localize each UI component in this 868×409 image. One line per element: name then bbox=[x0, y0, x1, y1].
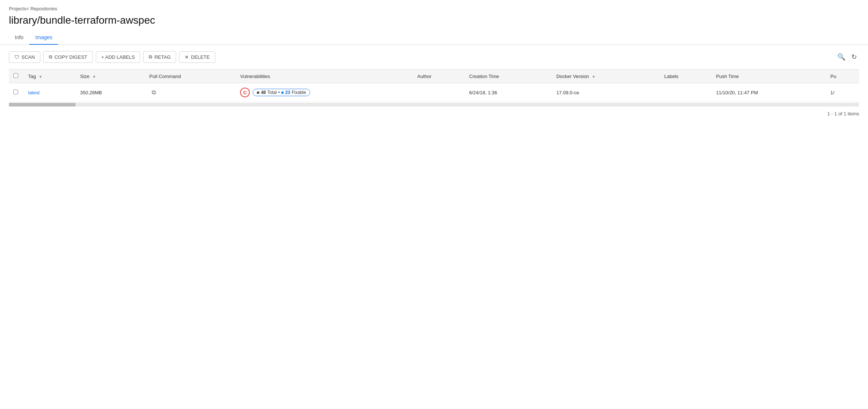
copy-digest-button[interactable]: ⧉ COPY DIGEST bbox=[43, 51, 93, 63]
tag-link[interactable]: latest bbox=[28, 90, 40, 95]
select-all-col bbox=[9, 70, 24, 83]
row-push-time-value: 11/10/20, 11:47 PM bbox=[716, 90, 758, 95]
col-size[interactable]: Size ▼ bbox=[75, 70, 145, 83]
pagination-text: 1 - 1 of 1 items bbox=[827, 111, 859, 116]
table-row: latest 350.28MB ⧉ C 48 bbox=[9, 83, 859, 102]
severity-letter: C bbox=[243, 90, 246, 95]
col-push-time: Push Time bbox=[711, 70, 826, 83]
table-container: Tag ▼ Size ▼ Pull Command Vulnerabilitie… bbox=[0, 69, 868, 107]
col-size-label: Size bbox=[80, 74, 89, 79]
row-pull-command: ⧉ bbox=[145, 83, 236, 102]
col-tag[interactable]: Tag ▼ bbox=[24, 70, 75, 83]
docker-sort-icon: ▼ bbox=[592, 75, 595, 79]
row-size-value: 350.28MB bbox=[80, 90, 102, 95]
col-pu-label: Pu bbox=[830, 74, 836, 79]
vuln-badge: C 48 Total • 23 Fixable bbox=[240, 88, 408, 97]
delete-button[interactable]: ✕ DELETE bbox=[179, 51, 215, 63]
vuln-total-dot bbox=[257, 91, 259, 94]
copy-digest-icon: ⧉ bbox=[49, 54, 52, 60]
row-docker-version-value: 17.09.0-ce bbox=[556, 90, 579, 95]
refresh-button[interactable]: ↻ bbox=[849, 51, 859, 63]
add-labels-label: + ADD LABELS bbox=[101, 54, 135, 60]
breadcrumb-text: Projects< Repositories bbox=[9, 6, 57, 11]
retag-label: RETAG bbox=[154, 54, 171, 60]
delete-icon: ✕ bbox=[185, 54, 189, 60]
col-pu: Pu bbox=[826, 70, 859, 83]
col-author: Author bbox=[413, 70, 465, 83]
copy-pull-command-btn[interactable]: ⧉ bbox=[149, 88, 158, 97]
col-docker-version[interactable]: Docker Version ▼ bbox=[552, 70, 660, 83]
retag-button[interactable]: ⧉ RETAG bbox=[143, 51, 176, 63]
row-creation-time-value: 6/24/18, 1:36 bbox=[469, 90, 497, 95]
col-creation-time-label: Creation Time bbox=[469, 74, 499, 79]
col-pull-command-label: Pull Command bbox=[149, 74, 181, 79]
col-author-label: Author bbox=[417, 74, 431, 79]
top-right-buttons: 🔍 ↻ bbox=[835, 51, 859, 63]
toolbar: 🛡 SCAN ⧉ COPY DIGEST + ADD LABELS ⧉ RETA… bbox=[0, 45, 868, 69]
copy-digest-label: COPY DIGEST bbox=[54, 54, 87, 60]
vuln-count-badge: 48 Total • 23 Fixable bbox=[253, 89, 310, 96]
vuln-total-label: Total bbox=[268, 90, 277, 95]
row-creation-time: 6/24/18, 1:36 bbox=[465, 83, 552, 102]
severity-circle: C bbox=[240, 88, 250, 97]
retag-icon: ⧉ bbox=[149, 54, 152, 60]
row-tag: latest bbox=[24, 83, 75, 102]
tab-info[interactable]: Info bbox=[9, 31, 29, 45]
col-docker-version-label: Docker Version bbox=[556, 74, 589, 79]
col-tag-label: Tag bbox=[28, 74, 36, 79]
search-button[interactable]: 🔍 bbox=[835, 51, 848, 63]
row-push-time: 11/10/20, 11:47 PM bbox=[711, 83, 826, 102]
col-vulnerabilities: Vulnerabilities bbox=[236, 70, 413, 83]
row-labels bbox=[660, 83, 711, 102]
scan-button[interactable]: 🛡 SCAN bbox=[9, 51, 40, 63]
vuln-fixable-number: 23 bbox=[285, 90, 290, 95]
row-docker-version: 17.09.0-ce bbox=[552, 83, 660, 102]
col-push-time-label: Push Time bbox=[716, 74, 739, 79]
horizontal-scrollbar[interactable] bbox=[9, 103, 859, 107]
row-size: 350.28MB bbox=[75, 83, 145, 102]
row-author bbox=[413, 83, 465, 102]
select-all-checkbox[interactable] bbox=[13, 73, 18, 78]
breadcrumb[interactable]: Projects< Repositories bbox=[0, 0, 868, 13]
page-title: library/bundle-terraform-awspec bbox=[0, 13, 868, 31]
vuln-total-number: 48 bbox=[261, 90, 266, 95]
col-vulnerabilities-label: Vulnerabilities bbox=[240, 74, 270, 79]
scan-label: SCAN bbox=[21, 54, 35, 60]
col-pull-command: Pull Command bbox=[145, 70, 236, 83]
row-checkbox[interactable] bbox=[13, 89, 18, 94]
vuln-fixable-label: Fixable bbox=[292, 90, 306, 95]
row-checkbox-col bbox=[9, 83, 24, 102]
vuln-fixable-dot bbox=[281, 91, 284, 94]
tab-bar: Info Images bbox=[0, 31, 868, 45]
col-labels-label: Labels bbox=[664, 74, 678, 79]
col-creation-time: Creation Time bbox=[465, 70, 552, 83]
delete-label: DELETE bbox=[191, 54, 210, 60]
pagination: 1 - 1 of 1 items bbox=[0, 107, 868, 121]
row-vulnerabilities: C 48 Total • 23 Fixable bbox=[236, 83, 413, 102]
row-pu: 1/ bbox=[826, 83, 859, 102]
add-labels-button[interactable]: + ADD LABELS bbox=[96, 51, 141, 63]
row-pu-value: 1/ bbox=[830, 90, 834, 95]
vuln-separator: • bbox=[278, 90, 280, 95]
col-labels: Labels bbox=[660, 70, 711, 83]
scrollbar-thumb[interactable] bbox=[9, 103, 75, 107]
tag-sort-icon: ▼ bbox=[39, 75, 43, 79]
tab-images[interactable]: Images bbox=[29, 31, 58, 45]
size-sort-icon: ▼ bbox=[92, 75, 96, 79]
scan-icon: 🛡 bbox=[14, 54, 19, 60]
